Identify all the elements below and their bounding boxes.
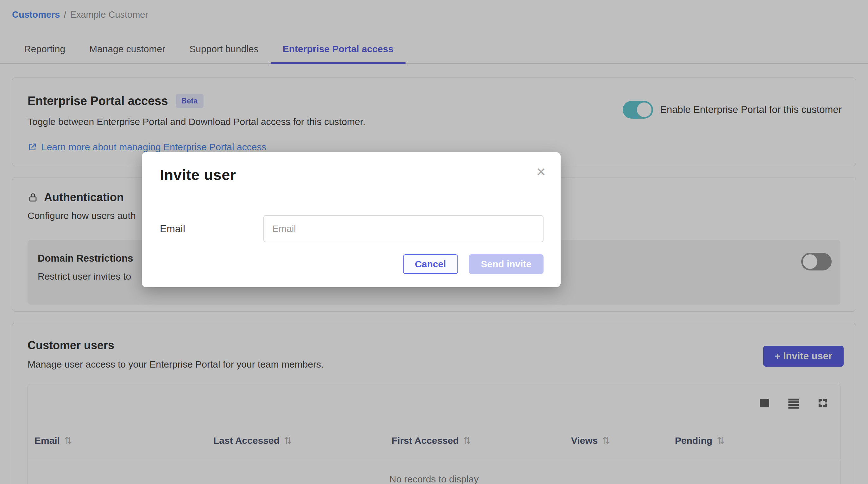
invite-user-modal: Invite user ✕ Email Cancel Send invite: [142, 152, 561, 287]
email-label: Email: [160, 223, 264, 235]
modal-title: Invite user: [160, 166, 236, 184]
email-field[interactable]: [264, 215, 544, 242]
close-icon[interactable]: ✕: [536, 166, 546, 178]
send-invite-button[interactable]: Send invite: [469, 254, 544, 274]
cancel-button[interactable]: Cancel: [403, 254, 458, 274]
